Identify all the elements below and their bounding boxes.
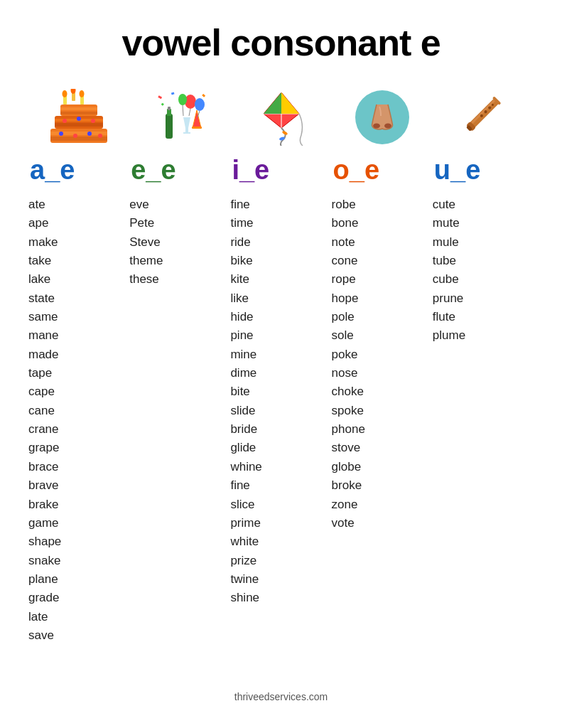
list-item: kite	[230, 270, 261, 289]
list-item: brake	[28, 496, 61, 514]
svg-rect-53	[470, 99, 496, 125]
column-o-e: o_e robe bone note cone rope hope pole s…	[332, 85, 433, 532]
list-item: broke	[332, 476, 365, 495]
svg-rect-8	[60, 112, 97, 114]
list-item: hide	[230, 308, 261, 326]
list-item: like	[230, 289, 261, 308]
svg-rect-26	[185, 128, 188, 132]
list-item: game	[28, 514, 61, 532]
list-item: bone	[332, 214, 365, 232]
svg-rect-24	[168, 107, 171, 110]
flute-icon	[455, 89, 512, 146]
list-item: Pete	[129, 214, 163, 232]
column-u-e: u_e cute mute mule tube cube prune flute…	[433, 85, 534, 346]
list-item: whine	[230, 458, 261, 476]
svg-rect-52	[469, 98, 499, 128]
page-container: vowel consonant e	[0, 0, 562, 728]
column-a-e: a_e ate ape make take lake state same ma…	[28, 85, 129, 645]
word-list-e-e: eve Pete Steve theme these	[129, 196, 163, 289]
svg-point-15	[63, 119, 67, 123]
kite-icon	[253, 89, 310, 146]
list-item: grade	[28, 589, 61, 607]
list-item: pine	[230, 326, 261, 345]
list-item: take	[28, 252, 61, 270]
svg-rect-22	[166, 114, 173, 139]
svg-point-19	[73, 134, 77, 138]
list-item: cone	[332, 252, 365, 270]
svg-point-32	[195, 98, 205, 111]
svg-point-5	[80, 90, 85, 97]
svg-point-18	[59, 132, 63, 136]
list-item: tape	[28, 364, 61, 382]
list-item: choke	[332, 382, 365, 401]
list-item: slice	[230, 496, 261, 514]
svg-line-36	[183, 105, 183, 116]
svg-marker-45	[264, 92, 281, 114]
list-item: rope	[332, 270, 365, 289]
party-icon	[151, 89, 208, 146]
list-item: vote	[332, 514, 365, 532]
svg-rect-27	[183, 132, 190, 134]
list-item: nose	[332, 364, 365, 382]
column-i-e: i_e fine time ride bike kite like hide p…	[230, 85, 331, 608]
list-item: cape	[28, 382, 61, 401]
list-item: poke	[332, 346, 365, 364]
list-item: these	[129, 270, 163, 289]
svg-rect-39	[202, 94, 205, 97]
list-item: save	[28, 626, 61, 645]
list-item: prize	[230, 552, 261, 570]
list-item: phone	[332, 420, 365, 439]
svg-rect-7	[60, 107, 97, 110]
list-item: sole	[332, 326, 365, 345]
label-o-e: o_e	[332, 155, 433, 186]
svg-point-16	[77, 117, 81, 121]
list-item: slide	[230, 402, 261, 420]
kite-icon-container	[230, 85, 331, 149]
label-u-e: u_e	[433, 155, 534, 186]
list-item: glide	[230, 439, 261, 457]
list-item: made	[28, 346, 61, 364]
list-item: crane	[28, 420, 61, 439]
list-item: same	[28, 308, 61, 326]
word-list-o-e: robe bone note cone rope hope pole sole …	[332, 196, 365, 532]
list-item: Steve	[129, 233, 163, 252]
svg-marker-28	[193, 110, 201, 128]
svg-point-33	[178, 94, 187, 105]
list-item: grape	[28, 439, 61, 457]
list-item: white	[230, 532, 261, 551]
svg-rect-38	[171, 92, 175, 95]
svg-point-20	[87, 132, 92, 136]
list-item: prune	[433, 289, 465, 308]
svg-rect-11	[55, 123, 103, 127]
main-title: vowel consonant e	[121, 21, 440, 64]
svg-point-1	[63, 90, 67, 97]
list-item: fine	[230, 196, 261, 214]
list-item: bite	[230, 382, 261, 401]
list-item: plume	[433, 326, 465, 345]
list-item: ate	[28, 196, 61, 214]
list-item: plane	[28, 570, 61, 589]
list-item: globe	[332, 458, 365, 476]
list-item: zone	[332, 496, 365, 514]
column-e-e: e_e eve Pete Steve theme these	[129, 85, 230, 289]
list-item: make	[28, 233, 61, 252]
list-item: fine	[230, 476, 261, 495]
svg-rect-40	[161, 103, 164, 106]
list-item: twine	[230, 570, 261, 589]
cake-icon-container	[28, 85, 129, 149]
list-item: lake	[28, 270, 61, 289]
list-item: brave	[28, 476, 61, 495]
party-icon-container	[129, 85, 230, 149]
list-item: late	[28, 608, 61, 626]
list-item: shape	[28, 532, 61, 551]
list-item: bike	[230, 252, 261, 270]
list-item: bride	[230, 420, 261, 439]
list-item: state	[28, 289, 61, 308]
list-item: robe	[332, 196, 365, 214]
columns-wrapper: a_e ate ape make take lake state same ma…	[28, 85, 534, 645]
list-item: shine	[230, 589, 261, 607]
svg-line-34	[189, 109, 190, 116]
list-item: cane	[28, 402, 61, 420]
svg-marker-46	[281, 92, 299, 114]
list-item: snake	[28, 552, 61, 570]
